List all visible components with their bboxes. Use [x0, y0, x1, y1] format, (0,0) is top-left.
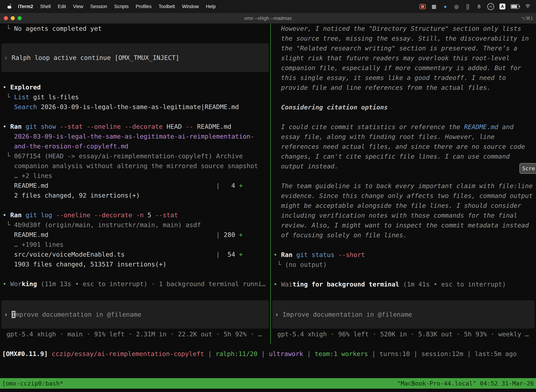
- menu-item-view[interactable]: View: [69, 4, 87, 9]
- thinking-text: the source tree, missing the essay. Stil…: [271, 33, 536, 43]
- gap: [0, 289, 270, 300]
- input-source-icon[interactable]: A: [499, 3, 505, 10]
- command-line: • Ran git log --oneline --decorate -n 5 …: [0, 210, 270, 220]
- prompt-input[interactable]: › Improve documentation in @filename: [272, 300, 535, 329]
- apple-menu[interactable]: [5, 3, 14, 10]
- screen-recording-indicator-icon[interactable]: [419, 3, 426, 10]
- dots-grid-icon[interactable]: ⣿: [465, 3, 471, 10]
- terminal-line: └ 4b9d30f (origin/main, instructkr/main,…: [0, 220, 270, 230]
- minimize-button[interactable]: [11, 16, 15, 20]
- blank-line: [271, 112, 536, 122]
- omx-status-line: [OMX#0.11.9] cczip/essay/ai-reimplementa…: [0, 349, 536, 359]
- window-controls: [4, 16, 22, 20]
- battery-icon[interactable]: [511, 3, 519, 10]
- menu-items: iTerm2ShellEditViewSessionScriptsProfile…: [14, 4, 219, 9]
- thinking-text: companion file, especially if more comme…: [271, 63, 536, 73]
- menu-item-window[interactable]: Window: [178, 4, 202, 9]
- prompt-input-text: › Improve documentation in @filename: [272, 310, 535, 319]
- terminal-line: and-the-erosion-of-copyleft.md: [0, 141, 270, 151]
- prompt-input[interactable]: › Improve documentation in @filename: [1, 300, 269, 329]
- command-line: • Ran git show --stat --oneline --decora…: [0, 122, 270, 131]
- terminal-line: 2 files changed, 92 insertions(+): [0, 191, 270, 201]
- terminal-line: 1903 files changed, 513517 insertions(+): [0, 259, 270, 269]
- thinking-text: the "Related research writing" section i…: [271, 43, 536, 53]
- terminal-line: README.md | 280 +: [0, 230, 270, 240]
- window-shortcut-badge: ⌥⌘1: [521, 16, 533, 21]
- session-status-line: gpt-5.4 xhigh · 96% left · 520K in · 5.8…: [271, 329, 536, 339]
- thinking-text: of focusing solely on file lines.: [271, 230, 536, 240]
- window-grid-icon[interactable]: ▦: [431, 3, 437, 10]
- tmux-status-bar: [omx-cczip0:bash* "MacBook-Pro-44.local"…: [0, 378, 536, 389]
- screen-sharing-popup-label: Scre: [522, 165, 535, 172]
- terminal-line: README.md | 4 +: [0, 181, 270, 191]
- thinking-text: review. Also, I might want to inspect th…: [271, 220, 536, 230]
- screen: { "colors": { "background": "#0c0c0c", "…: [0, 0, 536, 392]
- terminal-line: └ List git ls-files: [0, 92, 270, 102]
- apple-logo-icon: [7, 3, 12, 10]
- menu-item-iterm2[interactable]: iTerm2: [14, 4, 37, 9]
- prompt-input-text: › Improve documentation in @filename: [1, 310, 269, 319]
- terminal-line: Search 2026-03-09-is-legal-the-same-as-l…: [0, 102, 270, 112]
- terminal-pane-left: └ No agents completed yet› Ralph loop ac…: [0, 24, 270, 339]
- thinking-text: I could cite commit statistics or refere…: [271, 122, 536, 132]
- menu-item-help[interactable]: Help: [202, 4, 219, 9]
- thinking-text: evidence. Since this change only affects…: [271, 191, 536, 201]
- wifi-icon[interactable]: [524, 3, 531, 10]
- menu-item-profiles[interactable]: Profiles: [132, 4, 155, 9]
- thinking-text: essay file, along with finding root file…: [271, 132, 536, 142]
- close-button[interactable]: [4, 16, 8, 20]
- working-status-line: • Working (11m 13s • esc to interrupt) ·…: [0, 279, 270, 289]
- ralph-loop-banner: › Ralph loop active continue [OMX_TMUX_I…: [1, 43, 269, 72]
- blank-line: [0, 33, 270, 43]
- blank-line: [271, 171, 536, 181]
- app-icon-circle[interactable]: ◎: [454, 3, 459, 10]
- zoom-button[interactable]: [18, 16, 22, 20]
- app-icon-blue[interactable]: ●: [442, 3, 448, 10]
- terminal: └ No agents completed yet› Ralph loop ac…: [0, 24, 536, 392]
- terminal-line: └ (no output): [271, 260, 536, 270]
- thinking-text: output instead.: [271, 161, 536, 171]
- command-line: • Ran git status --short: [271, 250, 536, 260]
- menu-item-toolbelt[interactable]: Toolbelt: [155, 4, 178, 9]
- thinking-text: this single essay, it seems like a good …: [271, 73, 536, 83]
- gap: [271, 289, 536, 300]
- terminal-line: … +1901 lines: [0, 240, 270, 250]
- menu-item-scripts[interactable]: Scripts: [111, 4, 132, 9]
- blank-line: [0, 201, 270, 210]
- menu-item-edit[interactable]: Edit: [54, 4, 70, 9]
- blank-line: [271, 240, 536, 250]
- thinking-text: slight risk that future readers may over…: [271, 53, 536, 63]
- terminal-pane-right: However, I noticed the "Directory Struct…: [271, 24, 536, 339]
- thinking-text: changes, I can't cite specific file line…: [271, 152, 536, 161]
- session-status-line: gpt-5.4 xhigh · main · 91% left · 2.31M …: [0, 329, 270, 339]
- window-title: omx --xhigh --madmax: [244, 16, 292, 21]
- thinking-text: provide file and line references from th…: [271, 83, 536, 93]
- thinking-text: including verification notes with those …: [271, 210, 536, 220]
- gauge-icon[interactable]: .61: [487, 3, 494, 10]
- tmux-host-time: "MacBook-Pro-44.local" 04:52 31-Mar-26: [397, 380, 534, 387]
- tmux-session-label: [omx-cczip0:bash*: [2, 380, 63, 387]
- blank-line: [0, 112, 270, 122]
- menu-item-shell[interactable]: Shell: [37, 4, 54, 9]
- thinking-text: The team guideline is to back every impo…: [271, 181, 536, 191]
- menu-bar: iTerm2ShellEditViewSessionScriptsProfile…: [0, 0, 536, 13]
- gap: [0, 72, 270, 82]
- blank-line: [0, 269, 270, 279]
- app-icon-8[interactable]: 8: [476, 3, 482, 10]
- thinking-text: references need actual files, and since …: [271, 142, 536, 152]
- explored-heading: • Explored: [0, 82, 270, 92]
- terminal-line: 2026-03-09-is-legal-the-same-as-legitima…: [0, 131, 270, 141]
- blank-line: [271, 93, 536, 103]
- thinking-text: However, I noticed the "Directory Struct…: [271, 24, 536, 33]
- menu-status-icons: ▦●◎⣿8.61A: [419, 3, 531, 10]
- terminal-line: … +2 lines: [0, 171, 270, 181]
- menu-item-session[interactable]: Session: [87, 4, 111, 9]
- agent-summary-line: └ No agents completed yet: [0, 24, 270, 33]
- terminal-line: companion analysis without altering the …: [0, 161, 270, 171]
- screen-sharing-popup[interactable]: Scre: [519, 163, 536, 174]
- waiting-status-line: • Waiting for background terminal (1m 41…: [271, 280, 536, 289]
- blank-line: [271, 270, 536, 280]
- window-title-bar: omx --xhigh --madmax ⌥⌘1: [0, 13, 536, 24]
- ralph-loop-banner-text: › Ralph loop active continue [OMX_TMUX_I…: [1, 53, 269, 63]
- terminal-line: src/voice/voiceModeEnabled.ts | 54 +: [0, 250, 270, 259]
